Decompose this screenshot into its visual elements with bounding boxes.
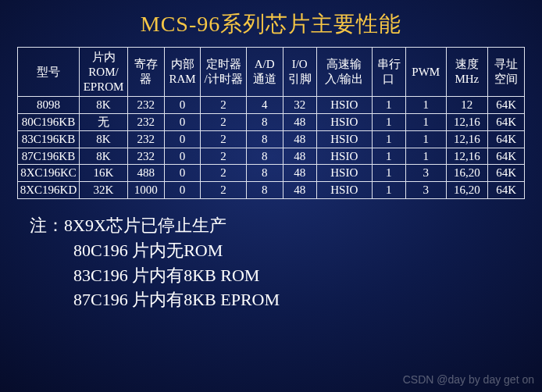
table-cell: 232 <box>127 114 164 131</box>
th-pwm: PWM <box>405 48 446 97</box>
th-speed: 速度MHz <box>446 48 488 97</box>
table-cell: 64K <box>488 130 525 148</box>
table-cell: 12,16 <box>446 130 488 148</box>
table-cell: 2 <box>201 130 246 148</box>
th-ad: A/D通道 <box>246 48 283 97</box>
table-cell: 48 <box>283 148 316 165</box>
table-cell: 0 <box>164 165 201 182</box>
table-cell: 48 <box>283 165 316 182</box>
note-lead: 注：8X9X芯片已停止生产 <box>30 213 542 238</box>
table-cell: 232 <box>127 130 164 148</box>
table-cell: 8 <box>246 165 283 182</box>
table-cell: 8K <box>80 130 128 148</box>
table-cell: 32K <box>80 182 128 199</box>
table-cell: 1000 <box>127 182 164 199</box>
table-cell: 2 <box>201 165 246 182</box>
table-cell: HSIO <box>316 97 372 114</box>
th-rom: 片内ROM/EPROM <box>80 48 128 97</box>
table-cell: 1 <box>372 114 405 131</box>
watermark: CSDN @day by day get on <box>403 373 534 386</box>
th-reg: 寄存器 <box>127 48 164 97</box>
spec-table: 型号 片内ROM/EPROM 寄存器 内部RAM 定时器/计时器 A/D通道 I… <box>17 47 525 199</box>
table-cell: 12,16 <box>446 148 488 165</box>
table-cell: 8XC196KD <box>18 182 80 199</box>
table-cell: 232 <box>127 97 164 114</box>
table-cell: 488 <box>127 165 164 182</box>
table-cell: 1 <box>405 97 446 114</box>
note-line: 83C196 片内有8KB ROM <box>30 263 542 288</box>
table-header-row: 型号 片内ROM/EPROM 寄存器 内部RAM 定时器/计时器 A/D通道 I… <box>18 48 525 97</box>
table-cell: HSIO <box>316 182 372 199</box>
table-cell: 1 <box>372 130 405 148</box>
th-timer: 定时器/计时器 <box>201 48 246 97</box>
table-cell: 16,20 <box>446 165 488 182</box>
table-cell: 64K <box>488 182 525 199</box>
table-cell: 1 <box>372 97 405 114</box>
table-cell: 8XC196KC <box>18 165 80 182</box>
table-cell: 3 <box>405 182 446 199</box>
table-cell: 4 <box>246 97 283 114</box>
table-cell: 16,20 <box>446 182 488 199</box>
table-cell: 64K <box>488 97 525 114</box>
table-cell: HSIO <box>316 148 372 165</box>
table-row: 8XC196KD32K100002848HSIO1316,2064K <box>18 182 525 199</box>
table-cell: 12 <box>446 97 488 114</box>
table-cell: 1 <box>372 165 405 182</box>
table-cell: 0 <box>164 148 201 165</box>
table-cell: 0 <box>164 130 201 148</box>
table-cell: 64K <box>488 114 525 131</box>
th-io: I/O引脚 <box>283 48 316 97</box>
table-row: 8XC196KC16K48802848HSIO1316,2064K <box>18 165 525 182</box>
table-cell: 0 <box>164 182 201 199</box>
th-addr: 寻址空间 <box>488 48 525 97</box>
page-title: MCS-96系列芯片主要性能 <box>0 0 542 47</box>
table-cell: HSIO <box>316 130 372 148</box>
table-cell: 83C196KB <box>18 130 80 148</box>
table-cell: 0 <box>164 114 201 131</box>
notes-block: 注：8X9X芯片已停止生产 80C196 片内无ROM 83C196 片内有8K… <box>30 213 542 313</box>
table-cell: HSIO <box>316 114 372 131</box>
table-cell: 32 <box>283 97 316 114</box>
table-cell: 2 <box>201 97 246 114</box>
table-cell: 64K <box>488 148 525 165</box>
table-cell: 8 <box>246 114 283 131</box>
table-cell: 80C196KB <box>18 114 80 131</box>
table-cell: 48 <box>283 182 316 199</box>
table-cell: 3 <box>405 165 446 182</box>
table-cell: 16K <box>80 165 128 182</box>
table-body: 80988K23202432HSIO111264K80C196KB无232028… <box>18 97 525 199</box>
table-row: 87C196KB8K23202848HSIO1112,1664K <box>18 148 525 165</box>
th-ram: 内部RAM <box>164 48 201 97</box>
table-cell: 2 <box>201 114 246 131</box>
table-row: 80C196KB无23202848HSIO1112,1664K <box>18 114 525 131</box>
note-line: 87C196 片内有8KB EPROM <box>30 287 542 312</box>
table-cell: 8K <box>80 97 128 114</box>
table-cell: 0 <box>164 97 201 114</box>
table-cell: 1 <box>405 148 446 165</box>
table-cell: 87C196KB <box>18 148 80 165</box>
table-cell: 无 <box>80 114 128 131</box>
table-cell: 48 <box>283 114 316 131</box>
table-cell: HSIO <box>316 165 372 182</box>
table-cell: 12,16 <box>446 114 488 131</box>
table-cell: 2 <box>201 182 246 199</box>
table-cell: 8 <box>246 130 283 148</box>
table-cell: 1 <box>405 130 446 148</box>
th-serial: 串行口 <box>372 48 405 97</box>
table-cell: 48 <box>283 130 316 148</box>
note-line: 80C196 片内无ROM <box>30 238 542 263</box>
table-cell: 8098 <box>18 97 80 114</box>
table-cell: 2 <box>201 148 246 165</box>
table-cell: 1 <box>372 148 405 165</box>
table-cell: 8 <box>246 148 283 165</box>
table-cell: 8 <box>246 182 283 199</box>
table-cell: 232 <box>127 148 164 165</box>
th-hs: 高速输入/输出 <box>316 48 372 97</box>
table-cell: 1 <box>405 114 446 131</box>
table-cell: 64K <box>488 165 525 182</box>
th-model: 型号 <box>18 48 80 97</box>
table-row: 80988K23202432HSIO111264K <box>18 97 525 114</box>
table-cell: 8K <box>80 148 128 165</box>
table-row: 83C196KB8K23202848HSIO1112,1664K <box>18 130 525 148</box>
spec-table-wrap: 型号 片内ROM/EPROM 寄存器 内部RAM 定时器/计时器 A/D通道 I… <box>17 47 525 199</box>
